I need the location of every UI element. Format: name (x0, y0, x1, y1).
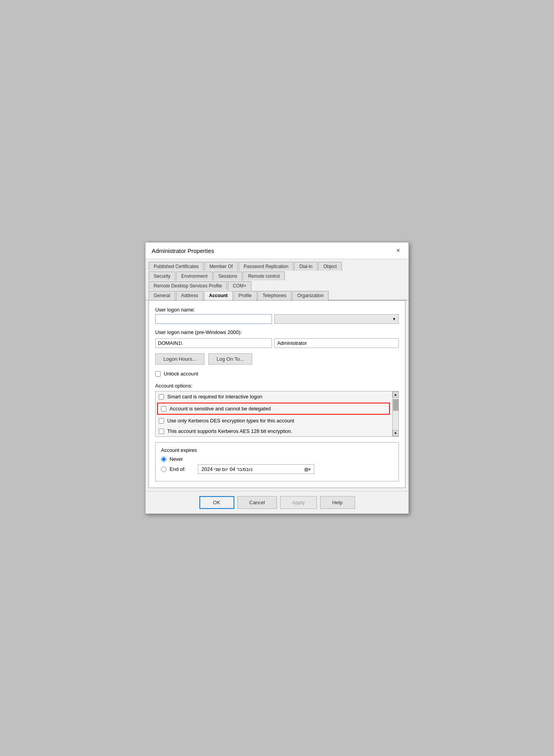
content-area: User logon name: ▼ User logon name (pre-… (149, 300, 405, 488)
tab-row-4: General Address Account Profile Telephon… (149, 291, 405, 300)
user-logon-row: ▼ (155, 314, 399, 324)
unlock-account-checkbox[interactable] (155, 371, 161, 377)
date-picker[interactable]: 2024 נובמבר 04 יום שני ▦▾ (198, 464, 314, 474)
account-options-label: Account options: (155, 383, 399, 389)
tab-member-of[interactable]: Member Of (204, 262, 238, 271)
tab-address[interactable]: Address (176, 291, 203, 300)
pre-windows-group: User logon name (pre-Windows 2000): (155, 329, 399, 348)
dialog-title: Administrator Properties (152, 247, 214, 254)
scroll-up-button[interactable]: ▲ (393, 391, 399, 398)
tab-environment[interactable]: Environment (176, 272, 212, 280)
tab-password-replication[interactable]: Password Replication (239, 262, 293, 271)
log-on-to-button[interactable]: Log On To... (208, 353, 252, 365)
pre-windows-row (155, 338, 399, 348)
tab-security[interactable]: Security (149, 272, 175, 280)
tab-dial-in[interactable]: Dial-in (294, 262, 317, 271)
tab-organization[interactable]: Organization (292, 291, 329, 300)
unlock-account-row: Unlock account (155, 371, 399, 377)
logon-hours-button[interactable]: Logon Hours... (155, 353, 204, 365)
chevron-down-icon: ▼ (392, 317, 396, 321)
tab-row-2: Security Environment Sessions Remote con… (149, 271, 405, 280)
aes128-label: This account supports Kerberos AES 128 b… (167, 428, 292, 434)
never-radio-row: Never (161, 456, 393, 462)
tab-profile[interactable]: Profile (234, 291, 257, 300)
aes128-checkbox[interactable] (159, 429, 164, 434)
tab-account[interactable]: Account (204, 291, 233, 300)
domain-dropdown[interactable]: ▼ (274, 314, 399, 324)
scroll-down-button[interactable]: ▼ (393, 430, 399, 436)
sensitive-label: Account is sensitive and cannot be deleg… (170, 406, 271, 412)
account-expires-section: Account expires Never End of: 2024 נובמב… (155, 442, 399, 481)
cancel-button[interactable]: Cancel (237, 496, 277, 509)
date-value: 2024 נובמבר 04 יום שני (201, 466, 253, 472)
end-of-radio-row: End of: 2024 נובמבר 04 יום שני ▦▾ (161, 464, 393, 474)
pre-windows-user-input[interactable] (274, 338, 399, 348)
help-button[interactable]: Help (320, 496, 355, 509)
tab-rdp[interactable]: Remote Desktop Services Profile (149, 281, 227, 290)
des-checkbox[interactable] (159, 418, 164, 424)
option-sensitive: Account is sensitive and cannot be deleg… (157, 403, 390, 415)
close-button[interactable]: × (394, 246, 402, 255)
end-of-radio[interactable] (161, 467, 166, 472)
sensitive-checkbox[interactable] (161, 406, 166, 412)
account-expires-label: Account expires (161, 447, 393, 453)
des-label: Use only Kerberos DES encryption types f… (167, 418, 294, 424)
tab-remote-control[interactable]: Remote control (243, 272, 284, 280)
option-des: Use only Kerberos DES encryption types f… (156, 415, 391, 426)
administrator-properties-dialog: Administrator Properties × Published Cer… (145, 242, 409, 514)
tab-row-3: Remote Desktop Services Profile COM+ (149, 281, 405, 290)
tab-row-1: Published Certificates Member Of Passwor… (149, 261, 405, 270)
apply-button[interactable]: Apply (280, 496, 317, 509)
user-logon-group: User logon name: ▼ (155, 307, 399, 324)
title-bar: Administrator Properties × (145, 242, 409, 259)
scrollbar[interactable]: ▲ ▼ (392, 391, 398, 436)
tab-published-certificates[interactable]: Published Certificates (149, 262, 204, 271)
pre-windows-label: User logon name (pre-Windows 2000): (155, 329, 399, 335)
tab-object[interactable]: Object (318, 262, 342, 271)
dialog-footer: OK Cancel Apply Help (145, 491, 409, 514)
end-of-label: End of: (170, 466, 185, 472)
ok-button[interactable]: OK (199, 496, 234, 509)
unlock-account-label: Unlock account (164, 371, 198, 377)
user-logon-label: User logon name: (155, 307, 399, 313)
tabs-container: Published Certificates Member Of Passwor… (145, 259, 409, 300)
pre-windows-domain-input[interactable] (155, 338, 272, 348)
option-smartcard: Smart card is required for interactive l… (156, 391, 391, 402)
option-aes128: This account supports Kerberos AES 128 b… (156, 426, 391, 436)
user-logon-input[interactable] (155, 314, 272, 324)
tab-com[interactable]: COM+ (228, 281, 251, 290)
button-row: Logon Hours... Log On To... (155, 353, 399, 365)
smartcard-checkbox[interactable] (159, 394, 164, 400)
account-options-section: Account options: Smart card is required … (155, 383, 399, 437)
tab-telephones[interactable]: Telephones (258, 291, 291, 300)
account-options-box: Smart card is required for interactive l… (155, 391, 399, 437)
tab-sessions[interactable]: Sessions (213, 272, 242, 280)
tab-general[interactable]: General (149, 291, 175, 300)
scroll-thumb[interactable] (393, 399, 398, 411)
calendar-icon[interactable]: ▦▾ (304, 467, 311, 472)
never-label: Never (170, 456, 183, 462)
never-radio[interactable] (161, 457, 166, 462)
smartcard-label: Smart card is required for interactive l… (167, 394, 262, 400)
